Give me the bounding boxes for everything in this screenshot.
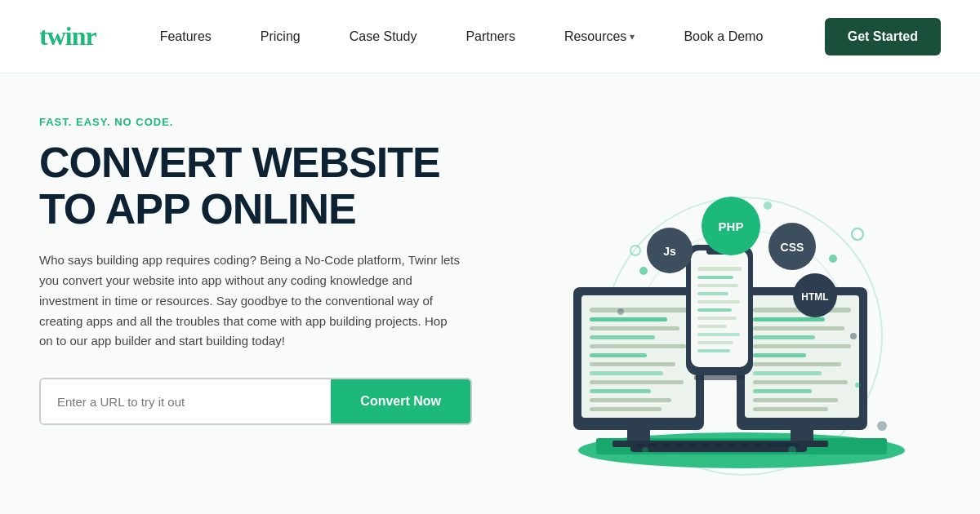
hero-section: FAST. EASY. NO CODE. CONVERT WEBSITE TO … (0, 73, 980, 514)
svg-rect-13 (590, 353, 647, 357)
svg-text:PHP: PHP (719, 219, 744, 233)
illustration-container: Js PHP CSS HTML (514, 100, 923, 483)
svg-rect-48 (697, 341, 733, 344)
nav-book-demo[interactable]: Book a Demo (659, 29, 787, 44)
svg-rect-29 (753, 353, 806, 357)
hero-left: FAST. EASY. NO CODE. CONVERT WEBSITE TO … (39, 108, 497, 425)
svg-rect-58 (714, 443, 724, 447)
svg-rect-45 (697, 317, 737, 320)
svg-rect-15 (590, 371, 663, 375)
svg-rect-59 (727, 443, 737, 447)
convert-button[interactable]: Convert Now (331, 379, 470, 423)
svg-point-78 (788, 446, 796, 454)
svg-rect-62 (766, 443, 799, 447)
svg-rect-57 (701, 443, 710, 447)
svg-text:Js: Js (663, 245, 676, 258)
svg-rect-27 (753, 335, 815, 339)
svg-rect-11 (590, 335, 655, 339)
svg-rect-17 (590, 389, 651, 393)
svg-rect-10 (590, 326, 679, 330)
nav-resources[interactable]: Resources ▾ (540, 29, 659, 44)
svg-rect-33 (753, 389, 812, 393)
svg-rect-12 (590, 344, 686, 348)
nav-features[interactable]: Features (136, 29, 236, 44)
svg-rect-52 (635, 443, 645, 447)
hero-description: Who says building app requires coding? B… (39, 250, 464, 352)
svg-rect-55 (675, 443, 684, 447)
svg-point-80 (852, 228, 863, 240)
svg-rect-60 (740, 443, 750, 447)
svg-rect-50 (694, 375, 745, 380)
svg-text:CSS: CSS (781, 241, 804, 254)
svg-point-71 (639, 267, 648, 275)
hero-illustration: Js PHP CSS HTML (497, 100, 941, 491)
hero-tagline: FAST. EASY. NO CODE. (39, 116, 497, 128)
svg-rect-30 (753, 362, 841, 366)
chevron-down-icon: ▾ (630, 31, 635, 42)
hero-title: CONVERT WEBSITE TO APP ONLINE (39, 140, 497, 233)
svg-rect-43 (697, 300, 740, 304)
logo[interactable]: twinr (39, 21, 96, 51)
nav-case-study[interactable]: Case Study (325, 29, 442, 44)
url-input[interactable] (41, 379, 331, 423)
svg-rect-42 (697, 292, 728, 295)
svg-rect-9 (590, 317, 667, 321)
svg-rect-19 (590, 407, 662, 411)
illustration-svg: Js PHP CSS HTML (514, 100, 923, 483)
svg-point-77 (877, 421, 887, 431)
svg-rect-39 (697, 267, 742, 271)
svg-point-81 (630, 246, 640, 255)
svg-rect-40 (697, 276, 733, 279)
svg-rect-54 (662, 443, 671, 447)
svg-rect-31 (753, 371, 822, 375)
svg-point-73 (850, 333, 857, 339)
svg-rect-46 (697, 325, 727, 328)
navbar: twinr Features Pricing Case Study Partne… (0, 0, 980, 73)
svg-point-79 (642, 447, 648, 454)
svg-rect-26 (753, 326, 844, 330)
svg-rect-53 (648, 443, 658, 447)
nav-partners[interactable]: Partners (441, 29, 539, 44)
get-started-button[interactable]: Get Started (825, 18, 941, 55)
svg-rect-28 (753, 344, 851, 348)
svg-rect-14 (590, 362, 675, 366)
svg-rect-34 (753, 398, 838, 402)
svg-rect-25 (753, 317, 825, 321)
svg-rect-16 (590, 380, 684, 384)
svg-point-72 (829, 255, 837, 263)
svg-rect-44 (697, 308, 732, 312)
svg-rect-56 (688, 443, 697, 447)
svg-rect-49 (697, 349, 730, 352)
svg-rect-8 (590, 308, 688, 312)
svg-rect-35 (753, 407, 828, 411)
svg-rect-47 (697, 333, 740, 336)
svg-rect-61 (753, 443, 763, 447)
svg-point-74 (617, 308, 624, 315)
svg-rect-18 (590, 398, 671, 402)
svg-rect-32 (753, 380, 848, 384)
nav-links: Features Pricing Case Study Partners Res… (136, 29, 812, 44)
url-form: Convert Now (39, 378, 472, 425)
svg-point-75 (764, 202, 772, 210)
nav-pricing[interactable]: Pricing (236, 29, 325, 44)
svg-point-76 (855, 383, 860, 388)
svg-rect-41 (697, 284, 738, 287)
svg-text:HTML: HTML (801, 291, 828, 303)
